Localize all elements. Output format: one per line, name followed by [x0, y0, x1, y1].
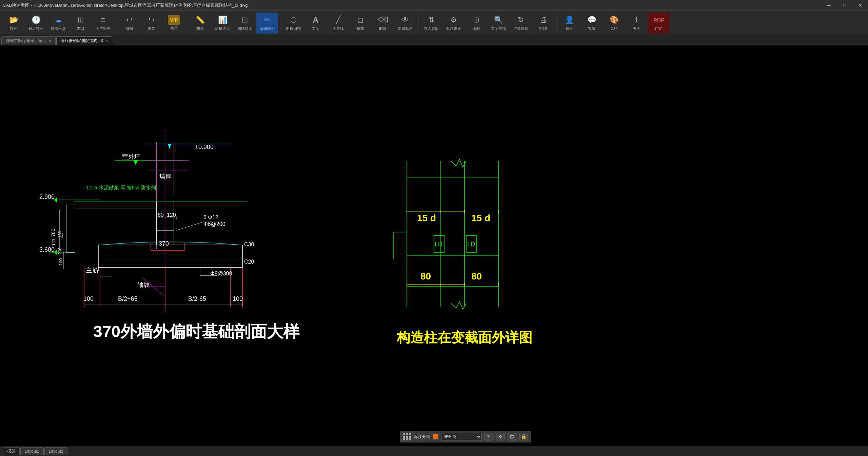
recent-label: 最近打开 — [28, 26, 43, 31]
svg-text:130: 130 — [57, 231, 62, 238]
svg-text:C30: C30 — [244, 242, 254, 247]
tool-recent[interactable]: 🕐 最近打开 — [25, 13, 47, 34]
erase-label: 删除 — [379, 26, 387, 31]
tool-hide-mark[interactable]: 👁 隐藏标注 — [394, 13, 416, 34]
pdf-icon: PDF — [653, 15, 664, 26]
shape-label: 形状 — [357, 26, 364, 31]
line-icon: ╱ — [333, 15, 343, 25]
tool-edit-helper[interactable]: ✏ 编辑助手 — [256, 13, 278, 34]
svg-text:墙厚: 墙厚 — [159, 173, 172, 180]
layout-tab-2[interactable]: Layout2 — [44, 447, 68, 455]
about-label: 关于 — [633, 26, 640, 31]
tool-scale[interactable]: ⊞ 比例 — [465, 13, 487, 34]
tool-shape-rec[interactable]: ⬡ 图形识别 — [282, 13, 304, 34]
svg-text:B/2-65: B/2-65 — [188, 295, 206, 302]
canvas-area[interactable]: 370外墙外偏时基础剖面大样 构造柱在变截面外详图 — [0, 45, 868, 446]
mark-settings-icon: ⚙ — [448, 15, 459, 25]
tab-2[interactable]: 医疗器械家属院结构_t3 ✕ — [56, 36, 112, 45]
tool-sign[interactable]: 👤 账号 — [558, 13, 580, 34]
measure-stat-icon: 📊 — [217, 15, 228, 25]
text-find-icon: 🔍 — [493, 15, 504, 25]
support-icon: 💬 — [586, 15, 597, 25]
recent-icon: 🕐 — [31, 15, 41, 25]
style-icon: 🎨 — [609, 15, 619, 25]
svg-text:100: 100 — [83, 295, 94, 302]
redo-icon: ↪ — [146, 15, 157, 25]
tool-print[interactable]: 🖨 打印 — [532, 13, 554, 34]
pdf-label: PDF — [655, 27, 663, 31]
scale-icon: ⊞ — [471, 15, 481, 25]
tool-about[interactable]: ℹ 关于 — [626, 13, 647, 34]
layout-tab-1-label: Layout1 — [25, 449, 39, 454]
minimize-button[interactable]: ─ — [821, 0, 837, 11]
annotation-lock-button[interactable]: 🔒 — [519, 433, 528, 440]
tool-support[interactable]: 💬 客服 — [581, 13, 603, 34]
annotation-edit-button[interactable]: ✎ — [485, 433, 493, 440]
sign-icon: 👤 — [564, 15, 575, 25]
annotation-class-label: 标注分类 — [414, 434, 430, 440]
tool-redo[interactable]: ↪ 恢复 — [141, 13, 162, 34]
tool-open[interactable]: 📂 打开 — [3, 13, 24, 34]
tool-measure[interactable]: 📏 测量 — [189, 13, 211, 34]
svg-text:100: 100 — [58, 258, 63, 266]
layout-tab-model[interactable]: 模型 — [3, 447, 20, 455]
tab-bar: 聊城市医疗器械厂家… ✕ 医疗器械家属院结构_t3 ✕ — [0, 35, 868, 45]
erase-icon: ⌫ — [377, 15, 388, 25]
tool-layers[interactable]: ≡ 图层管理 — [92, 13, 114, 34]
tool-line[interactable]: ╱ 画直线 — [327, 13, 349, 34]
tool-text-find[interactable]: 🔍 文字查找 — [488, 13, 509, 34]
tool-cloud[interactable]: ☁ 快看云盘 — [47, 13, 69, 34]
open-label: 打开 — [10, 26, 17, 31]
import-export-icon: ⇅ — [426, 15, 437, 25]
tool-measure-stat[interactable]: 📊 测量统计 — [212, 13, 233, 34]
sep5 — [556, 15, 556, 32]
layout-tab-2-label: Layout2 — [49, 449, 63, 454]
svg-text:Φ6@200: Φ6@200 — [203, 221, 225, 227]
tab-1[interactable]: 聊城市医疗器械厂家… ✕ — [1, 36, 56, 45]
annotation-color-box — [433, 434, 438, 439]
measure-label: 测量 — [196, 26, 204, 31]
shape-rec-icon: ⬡ — [288, 15, 299, 25]
maximize-button[interactable]: □ — [837, 0, 852, 11]
compare-icon: ⊡ — [239, 15, 250, 25]
edit-helper-label: 编辑助手 — [260, 26, 275, 31]
tab-2-close[interactable]: ✕ — [105, 39, 108, 43]
tool-text[interactable]: A 文字 — [305, 13, 327, 34]
sep2 — [187, 15, 187, 32]
shape-rec-label: 图形识别 — [286, 26, 301, 31]
annotation-type-dropdown[interactable]: 未分类 — [441, 433, 482, 440]
window-controls: ─ □ ✕ — [821, 0, 868, 11]
tool-compare[interactable]: ⊡ 图纸对比 — [234, 13, 256, 34]
text-icon: A — [310, 15, 321, 25]
layout-tab-1[interactable]: Layout1 — [20, 447, 44, 455]
layers-icon: ≡ — [98, 15, 108, 25]
tool-import-export[interactable]: ⇅ 导入导出 — [420, 13, 442, 34]
close-button[interactable]: ✕ — [852, 0, 868, 11]
svg-text:370: 370 — [159, 240, 169, 247]
tool-style[interactable]: 🎨 风格 — [603, 13, 625, 34]
svg-text:15 d: 15 d — [417, 213, 436, 223]
tab-1-close[interactable]: ✕ — [48, 39, 51, 43]
tool-pdf[interactable]: PDF PDF — [648, 13, 670, 34]
svg-text:1:2.5  水泥砂浆 厚,掺5% 防水剂: 1:2.5 水泥砂浆 厚,掺5% 防水剂 — [86, 185, 156, 190]
print-label: 打印 — [539, 26, 547, 31]
svg-text:100: 100 — [233, 295, 243, 302]
layout-tabs: 模型 Layout1 Layout2 — [0, 446, 868, 456]
tool-window[interactable]: ⊞ 窗口 — [70, 13, 92, 34]
svg-text:60: 60 — [158, 212, 164, 218]
annotation-copy-button[interactable]: ⊡ — [508, 433, 516, 440]
tool-rotate[interactable]: ↻ 屏幕旋转 — [510, 13, 532, 34]
svg-text:120: 120 — [167, 212, 176, 218]
svg-text:80: 80 — [471, 271, 482, 282]
svg-text:141: 141 — [51, 239, 56, 246]
vip-label: 会员 — [170, 25, 178, 30]
tool-erase[interactable]: ⌫ 删除 — [372, 13, 394, 34]
hide-mark-icon: 👁 — [400, 15, 411, 25]
tool-mark-settings[interactable]: ⚙ 标注设置 — [443, 13, 465, 34]
annotation-move-button[interactable]: ✛ — [496, 433, 505, 440]
line-label: 画直线 — [333, 26, 344, 31]
tool-vip[interactable]: VIP 会员 — [163, 13, 185, 34]
tool-undo[interactable]: ↩ 撤销 — [118, 13, 140, 34]
shape-icon: ◻ — [355, 15, 366, 25]
tool-shape[interactable]: ◻ 形状 — [350, 13, 371, 34]
